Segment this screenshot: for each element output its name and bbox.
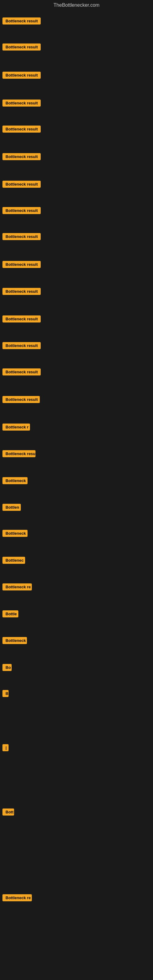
bottleneck-badge-2[interactable]: Bottleneck result bbox=[2, 43, 41, 51]
bottleneck-item-16: Bottleneck r bbox=[2, 423, 30, 432]
bottleneck-badge-15[interactable]: Bottleneck result bbox=[2, 396, 40, 403]
bottleneck-badge-4[interactable]: Bottleneck result bbox=[2, 100, 41, 107]
bottleneck-badge-3[interactable]: Bottleneck result bbox=[2, 72, 41, 79]
bottleneck-item-12: Bottleneck result bbox=[2, 315, 41, 324]
bottleneck-item-18: Bottleneck bbox=[2, 477, 27, 485]
bottleneck-item-23: Bottle bbox=[2, 610, 18, 619]
bottleneck-badge-6[interactable]: Bottleneck result bbox=[2, 153, 41, 160]
bottleneck-badge-9[interactable]: Bottleneck result bbox=[2, 233, 41, 240]
bottleneck-badge-28[interactable]: | bbox=[2, 744, 9, 751]
bottleneck-item-15: Bottleneck result bbox=[2, 396, 40, 404]
bottleneck-badge-13[interactable]: Bottleneck result bbox=[2, 342, 41, 349]
bottleneck-item-17: Bottleneck resu bbox=[2, 450, 35, 458]
bottleneck-item-25: Bo bbox=[2, 664, 12, 672]
bottleneck-badge-18[interactable]: Bottleneck bbox=[2, 477, 27, 484]
bottleneck-item-4: Bottleneck result bbox=[2, 100, 41, 108]
bottleneck-badge-11[interactable]: Bottleneck result bbox=[2, 288, 41, 295]
bottleneck-badge-8[interactable]: Bottleneck result bbox=[2, 207, 41, 214]
site-title: TheBottlenecker.com bbox=[0, 0, 153, 12]
bottleneck-item-14: Bottleneck result bbox=[2, 368, 41, 377]
bottleneck-item-9: Bottleneck result bbox=[2, 233, 41, 241]
bottleneck-item-20: Bottleneck bbox=[2, 530, 27, 538]
bottleneck-badge-19[interactable]: Bottlen bbox=[2, 504, 21, 511]
bottleneck-badge-26[interactable]: B bbox=[2, 690, 9, 697]
bottleneck-badge-33[interactable]: Bottleneck re bbox=[2, 894, 32, 901]
bottleneck-badge-10[interactable]: Bottleneck result bbox=[2, 261, 41, 268]
bottleneck-badge-1[interactable]: Bottleneck result bbox=[2, 18, 41, 24]
bottleneck-item-22: Bottleneck re bbox=[2, 584, 32, 592]
bottleneck-item-7: Bottleneck result bbox=[2, 181, 41, 189]
bottleneck-item-13: Bottleneck result bbox=[2, 342, 41, 350]
bottleneck-item-19: Bottlen bbox=[2, 504, 21, 512]
bottleneck-badge-20[interactable]: Bottleneck bbox=[2, 530, 27, 537]
bottleneck-item-1: Bottleneck result bbox=[2, 18, 41, 26]
bottleneck-item-30: Bott bbox=[2, 808, 14, 817]
bottleneck-badge-17[interactable]: Bottleneck resu bbox=[2, 450, 35, 457]
bottleneck-badge-7[interactable]: Bottleneck result bbox=[2, 181, 41, 188]
bottleneck-item-5: Bottleneck result bbox=[2, 126, 41, 134]
bottleneck-item-8: Bottleneck result bbox=[2, 207, 41, 215]
bottleneck-item-33: Bottleneck re bbox=[2, 894, 32, 902]
bottleneck-badge-23[interactable]: Bottle bbox=[2, 610, 18, 617]
bottleneck-badge-22[interactable]: Bottleneck re bbox=[2, 584, 32, 590]
bottleneck-badge-30[interactable]: Bott bbox=[2, 808, 14, 816]
bottleneck-item-10: Bottleneck result bbox=[2, 261, 41, 269]
bottleneck-badge-16[interactable]: Bottleneck r bbox=[2, 423, 30, 431]
bottleneck-badge-14[interactable]: Bottleneck result bbox=[2, 368, 41, 375]
bottleneck-item-3: Bottleneck result bbox=[2, 72, 41, 80]
bottleneck-badge-25[interactable]: Bo bbox=[2, 664, 12, 671]
bottleneck-item-2: Bottleneck result bbox=[2, 43, 41, 52]
bottleneck-badge-24[interactable]: Bottleneck bbox=[2, 637, 27, 644]
bottleneck-item-21: Bottlenec bbox=[2, 557, 25, 565]
bottleneck-item-6: Bottleneck result bbox=[2, 153, 41, 161]
bottleneck-badge-21[interactable]: Bottlenec bbox=[2, 557, 25, 564]
bottleneck-item-26: B bbox=[2, 690, 9, 698]
site-header: TheBottlenecker.com bbox=[0, 0, 153, 12]
bottleneck-item-28: | bbox=[2, 744, 9, 752]
bottleneck-badge-12[interactable]: Bottleneck result bbox=[2, 315, 41, 323]
bottleneck-item-24: Bottleneck bbox=[2, 637, 27, 645]
bottleneck-item-11: Bottleneck result bbox=[2, 288, 41, 296]
bottleneck-badge-5[interactable]: Bottleneck result bbox=[2, 126, 41, 133]
